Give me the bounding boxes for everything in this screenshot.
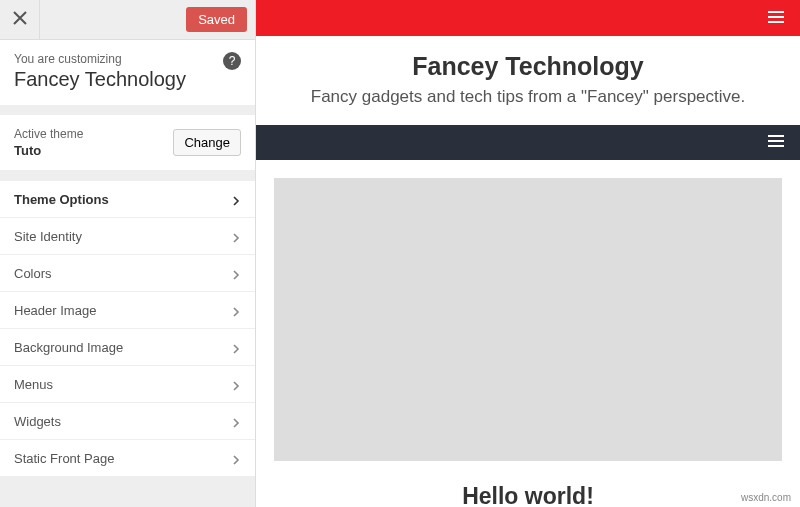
watermark: wsxdn.com: [738, 491, 794, 504]
panel-label: Colors: [14, 266, 52, 281]
site-title[interactable]: Fancey Technology: [266, 52, 790, 81]
panel-label: Header Image: [14, 303, 96, 318]
chevron-right-icon: [231, 416, 241, 426]
panel-static-front-page[interactable]: Static Front Page: [0, 440, 255, 477]
customizer-sidebar: Saved You are customizing Fancey Technol…: [0, 0, 256, 507]
post-title[interactable]: Hello world!: [274, 483, 782, 507]
panel-menus[interactable]: Menus: [0, 366, 255, 403]
panel-header-image[interactable]: Header Image: [0, 292, 255, 329]
customizing-heading: You are customizing Fancey Technology ?: [0, 40, 255, 105]
panel-label: Widgets: [14, 414, 61, 429]
panel-label: Theme Options: [14, 192, 109, 207]
saved-button[interactable]: Saved: [186, 7, 247, 32]
chevron-right-icon: [231, 194, 241, 204]
site-name: Fancey Technology: [14, 68, 241, 91]
panel-colors[interactable]: Colors: [0, 255, 255, 292]
panel-site-identity[interactable]: Site Identity: [0, 218, 255, 255]
change-theme-button[interactable]: Change: [173, 129, 241, 156]
chevron-right-icon: [231, 305, 241, 315]
top-accent-bar: [256, 0, 800, 36]
customizing-label: You are customizing: [14, 52, 241, 66]
featured-image-placeholder: [274, 178, 782, 461]
preview-pane: Fancey Technology Fancy gadgets and tech…: [256, 0, 800, 507]
panel-background-image[interactable]: Background Image: [0, 329, 255, 366]
menu-icon[interactable]: [766, 131, 786, 154]
menu-icon[interactable]: [766, 7, 786, 30]
panel-theme-options[interactable]: Theme Options: [0, 181, 255, 218]
panel-widgets[interactable]: Widgets: [0, 403, 255, 440]
post-card: Hello world!: [274, 178, 782, 507]
sidebar-header: Saved: [0, 0, 255, 40]
main-nav-bar: [256, 125, 800, 160]
help-icon[interactable]: ?: [223, 52, 241, 70]
active-theme-label: Active theme: [14, 127, 83, 141]
divider: [0, 171, 255, 181]
panel-label: Static Front Page: [14, 451, 114, 466]
chevron-right-icon: [231, 231, 241, 241]
panel-label: Background Image: [14, 340, 123, 355]
content-area: Hello world!: [256, 160, 800, 507]
active-theme-name: Tuto: [14, 143, 83, 158]
chevron-right-icon: [231, 453, 241, 463]
site-tagline: Fancy gadgets and tech tips from a "Fanc…: [266, 87, 790, 107]
close-button[interactable]: [0, 0, 40, 40]
chevron-right-icon: [231, 342, 241, 352]
close-icon: [13, 11, 27, 28]
active-theme-block: Active theme Tuto Change: [0, 105, 255, 171]
panel-label: Menus: [14, 377, 53, 392]
site-branding: Fancey Technology Fancy gadgets and tech…: [256, 36, 800, 125]
chevron-right-icon: [231, 268, 241, 278]
panel-label: Site Identity: [14, 229, 82, 244]
panel-list: Theme OptionsSite IdentityColorsHeader I…: [0, 181, 255, 477]
sidebar-footer-space: [0, 477, 255, 507]
chevron-right-icon: [231, 379, 241, 389]
